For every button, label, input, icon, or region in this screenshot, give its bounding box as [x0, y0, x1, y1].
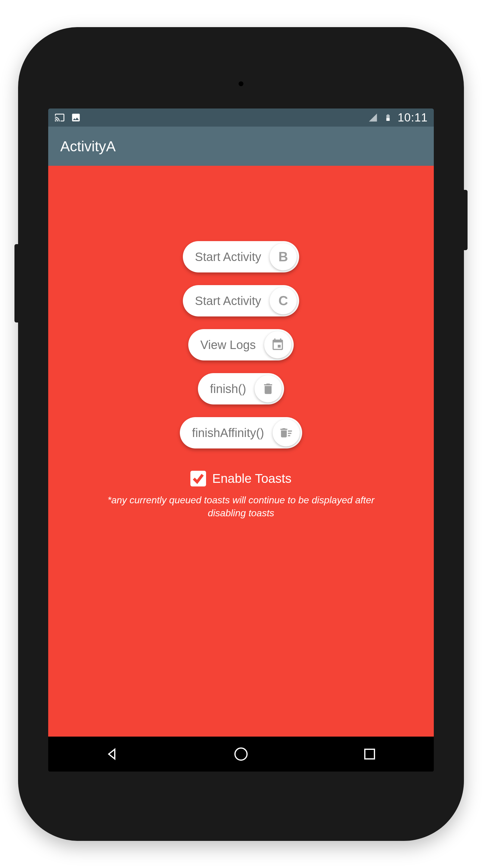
home-button[interactable]	[232, 745, 250, 763]
back-button[interactable]	[103, 745, 121, 763]
screen: 10:11 ActivityA Start Activity B Start A…	[48, 108, 434, 772]
button-stack: Start Activity B Start Activity C View L…	[180, 241, 302, 448]
start-activity-c-button[interactable]: Start Activity C	[183, 285, 299, 316]
status-right: 10:11	[367, 111, 428, 124]
recents-button[interactable]	[361, 745, 379, 763]
sweep-icon	[272, 419, 300, 446]
svg-rect-0	[386, 118, 389, 121]
battery-icon	[383, 112, 393, 123]
finish-button[interactable]: finish()	[198, 373, 284, 404]
start-activity-b-button[interactable]: Start Activity B	[183, 241, 299, 273]
button-label: finishAffinity()	[192, 426, 264, 440]
phone-frame: 10:11 ActivityA Start Activity B Start A…	[18, 27, 464, 841]
nav-bar	[48, 737, 434, 772]
checkbox-label: Enable Toasts	[212, 471, 291, 486]
button-label: View Logs	[200, 338, 256, 352]
calendar-icon	[264, 331, 291, 358]
status-time: 10:11	[398, 111, 428, 124]
phone-speaker	[238, 82, 244, 86]
chip-b: B	[269, 243, 297, 270]
finish-affinity-button[interactable]: finishAffinity()	[180, 417, 302, 448]
button-label: Start Activity	[195, 250, 261, 264]
volume-button	[14, 244, 18, 322]
back-icon	[105, 747, 120, 761]
chip-letter: C	[278, 293, 288, 308]
app-bar: ActivityA	[48, 127, 434, 166]
page-title: ActivityA	[60, 138, 116, 155]
enable-toasts-row[interactable]: Enable Toasts	[190, 471, 291, 487]
status-left	[54, 112, 81, 123]
status-bar: 10:11	[48, 108, 434, 127]
button-label: Start Activity	[195, 294, 261, 308]
chip-letter: B	[278, 249, 288, 264]
svg-rect-2	[365, 749, 375, 759]
chip-c: C	[269, 287, 297, 314]
home-icon	[233, 746, 249, 762]
svg-point-1	[235, 748, 247, 760]
content-area: Start Activity B Start Activity C View L…	[48, 166, 434, 737]
cast-icon	[54, 112, 65, 123]
checkbox-checked[interactable]	[190, 471, 206, 487]
button-label: finish()	[210, 382, 246, 396]
footnote-text: *any currently queued toasts will contin…	[87, 494, 395, 520]
trash-icon	[255, 375, 282, 402]
view-logs-button[interactable]: View Logs	[188, 329, 294, 361]
signal-icon	[367, 112, 378, 123]
power-button	[464, 190, 468, 250]
check-icon	[192, 472, 205, 485]
recents-icon	[363, 747, 376, 761]
image-icon	[70, 112, 81, 123]
